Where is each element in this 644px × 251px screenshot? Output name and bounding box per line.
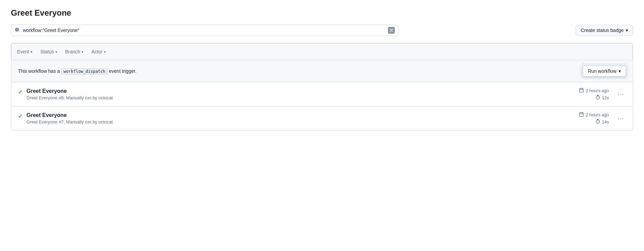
workflow-run-name[interactable]: Greet Everyone [27, 112, 113, 118]
chevron-down-icon: ▾ [626, 28, 628, 33]
chevron-down-icon: ▾ [104, 50, 106, 54]
search-icon [15, 27, 20, 34]
actor-label: Actor [91, 49, 103, 54]
workflow-meta: 2 hours ago 12s [579, 88, 609, 101]
create-status-badge-button[interactable]: Create status badge ▾ [576, 25, 633, 36]
chevron-down-icon: ▾ [31, 50, 32, 54]
dispatch-code: workflow_dispatch [61, 68, 108, 74]
workflow-run-sub: Greet Everyone #7: Manually run by octoc… [27, 119, 113, 124]
workflow-right: 2 hours ago 12s ··· [579, 88, 626, 101]
run-workflow-highlight: Run workflow ▾ [583, 66, 626, 77]
more-options-button[interactable]: ··· [616, 114, 626, 123]
chevron-down-icon: ▾ [55, 50, 57, 54]
search-input[interactable] [23, 28, 385, 33]
workflow-info: Greet Everyone Greet Everyone #8: Manual… [27, 88, 113, 100]
dispatch-banner: This workflow has a workflow_dispatch ev… [11, 60, 633, 82]
calendar-icon [579, 88, 584, 94]
workflow-meta: 2 hours ago 14s [579, 112, 609, 125]
workflow-run-row: ✓ Greet Everyone Greet Everyone #8: Manu… [11, 82, 633, 106]
workflow-left: ✓ Greet Everyone Greet Everyone #7: Manu… [18, 112, 113, 124]
duration: 12s [602, 95, 609, 100]
workflow-left: ✓ Greet Everyone Greet Everyone #8: Manu… [18, 88, 113, 100]
event-label: Event [17, 49, 29, 54]
calendar-icon [579, 112, 584, 118]
success-check-icon: ✓ [18, 89, 22, 95]
page-title: Greet Everyone [11, 8, 633, 18]
search-clear-button[interactable] [388, 27, 395, 34]
chevron-down-icon: ▾ [82, 50, 83, 54]
workflow-info: Greet Everyone Greet Everyone #7: Manual… [27, 112, 113, 124]
chevron-down-icon: ▾ [618, 68, 621, 74]
event-filter-button[interactable]: Event ▾ [17, 48, 36, 56]
run-workflow-label: Run workflow [588, 68, 616, 74]
top-bar: Create status badge ▾ [11, 24, 633, 36]
duration-row: 12s [595, 95, 609, 101]
stopwatch-icon [595, 95, 600, 101]
branch-label: Branch [65, 49, 80, 54]
search-wrapper [11, 24, 399, 36]
time-ago: 2 hours ago [586, 88, 609, 93]
create-badge-label: Create status badge [581, 28, 624, 33]
workflow-right: 2 hours ago 14s ··· [579, 112, 626, 125]
success-check-icon: ✓ [18, 113, 22, 119]
main-container: Event ▾ Status ▾ Branch ▾ Actor ▾ This w… [11, 43, 633, 131]
dispatch-text-before: This workflow has a [18, 68, 60, 74]
dispatch-text-after: event trigger. [109, 68, 137, 74]
dispatch-text: This workflow has a workflow_dispatch ev… [18, 68, 136, 74]
duration: 14s [602, 119, 609, 124]
actor-filter-button[interactable]: Actor ▾ [87, 48, 110, 56]
workflow-run-name[interactable]: Greet Everyone [27, 88, 113, 94]
time-ago: 2 hours ago [586, 112, 609, 117]
workflow-run-row: ✓ Greet Everyone Greet Everyone #7: Manu… [11, 106, 633, 130]
status-filter-button[interactable]: Status ▾ [36, 48, 61, 56]
branch-filter-button[interactable]: Branch ▾ [61, 48, 87, 56]
status-label: Status [40, 49, 54, 54]
more-options-button[interactable]: ··· [616, 89, 626, 99]
filters-bar: Event ▾ Status ▾ Branch ▾ Actor ▾ [11, 43, 633, 60]
workflow-run-sub: Greet Everyone #8: Manually run by octoc… [27, 95, 113, 100]
time-row: 2 hours ago [579, 112, 609, 118]
stopwatch-icon [595, 119, 600, 125]
run-workflow-button[interactable]: Run workflow ▾ [583, 66, 626, 77]
time-row: 2 hours ago [579, 88, 609, 94]
duration-row: 14s [595, 119, 609, 125]
